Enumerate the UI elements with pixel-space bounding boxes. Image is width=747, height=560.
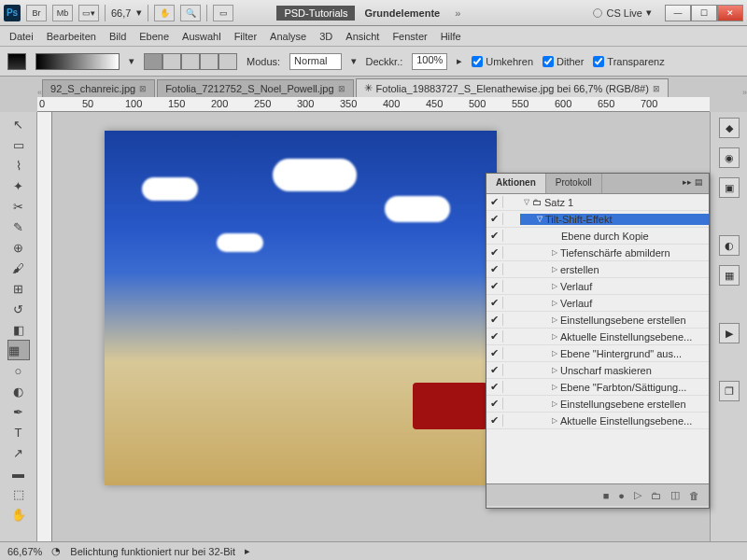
document-tabs: « 92_S_chanreic.jpg⊠ Fotolia_7212752_S_N… (0, 77, 747, 97)
umkehren-check[interactable]: Umkehren (472, 56, 533, 67)
eyedropper-tool[interactable]: ✎ (7, 217, 30, 237)
gradient-reflected[interactable] (200, 53, 218, 70)
eraser-tool[interactable]: ◧ (7, 319, 30, 340)
delete-icon[interactable]: 🗑 (689, 490, 699, 501)
menu-auswahl[interactable]: Auswahl (182, 31, 221, 42)
options-bar: ▾ Modus: Normal▾ Deckkr.: 100%▸ Umkehren… (0, 47, 747, 77)
menu-ansicht[interactable]: Ansicht (345, 31, 379, 42)
lasso-tool[interactable]: ⌇ (7, 155, 30, 175)
panels-dock: ◆ ◉ ▣ ◐ ▦ ▶ ❐ (710, 112, 747, 541)
pen-tool[interactable]: ✒ (7, 401, 30, 422)
new-action-icon[interactable]: ◫ (670, 489, 680, 501)
actions-footer: ■ ● ▷ 🗀 ◫ 🗑 (486, 483, 709, 506)
menu-3d[interactable]: 3D (319, 31, 332, 42)
tab-protokoll[interactable]: Protokoll (546, 174, 602, 193)
action-tilt-shift[interactable]: ✔▽Tilt-Shift-Effekt (486, 211, 709, 228)
gradient-linear[interactable] (144, 53, 162, 70)
menu-bearbeiten[interactable]: Bearbeiten (47, 31, 96, 42)
heal-tool[interactable]: ⊕ (7, 237, 30, 258)
tab-1[interactable]: 92_S_chanreic.jpg⊠ (42, 79, 155, 97)
swatches-panel-icon[interactable]: ◉ (719, 147, 740, 168)
wand-tool[interactable]: ✦ (7, 175, 30, 196)
zoom-value[interactable]: 66,7 (111, 7, 131, 19)
menu-hilfe[interactable]: Hilfe (441, 31, 461, 42)
gradient-diamond[interactable] (218, 53, 237, 70)
tab-aktionen[interactable]: Aktionen (486, 174, 546, 193)
gradient-angle[interactable] (181, 53, 200, 70)
modus-select[interactable]: Normal (289, 53, 341, 70)
actions-panel: Aktionen Protokoll ▸▸ ▤ ✔▽🗀Satz 1 ✔▽Tilt… (486, 173, 710, 509)
adjustments-panel-icon[interactable]: ◐ (719, 235, 740, 256)
ruler-horizontal[interactable]: 0501001502002503003504004505005506006507… (37, 97, 710, 112)
stop-icon[interactable]: ■ (603, 490, 610, 501)
color-panel-icon[interactable]: ◆ (719, 118, 740, 138)
cslive[interactable]: CS Live▾ (593, 7, 652, 19)
status-message: Belichtung funktioniert nur bei 32-Bit (70, 546, 235, 557)
3d-tool[interactable]: ⬚ (7, 483, 30, 504)
cslive-icon (593, 8, 602, 18)
status-zoom[interactable]: 66,67% (7, 546, 42, 557)
screen-icon[interactable]: ▭ (213, 5, 233, 21)
tractor-subject (413, 383, 487, 429)
close-icon[interactable]: ⊠ (653, 84, 660, 93)
menu-bar: Datei Bearbeiten Bild Ebene Auswahl Filt… (0, 26, 747, 47)
photoshop-icon: Ps (4, 5, 21, 21)
ruler-vertical[interactable] (37, 112, 52, 541)
styles-panel-icon[interactable]: ▣ (719, 177, 740, 198)
maximize-button[interactable]: ☐ (691, 5, 717, 21)
menu-fenster[interactable]: Fenster (392, 31, 427, 42)
chevron-icon[interactable]: » (455, 7, 460, 19)
layers-panel-icon[interactable]: ❐ (719, 381, 740, 401)
type-tool[interactable]: T (7, 422, 30, 442)
dodge-tool[interactable]: ◐ (7, 381, 30, 401)
bridge-icon[interactable]: Br (26, 5, 47, 21)
blur-tool[interactable]: ○ (7, 360, 30, 381)
gradient-tool[interactable]: ▦ (7, 340, 30, 360)
menu-datei[interactable]: Datei (9, 31, 34, 42)
play-panel-icon[interactable]: ▶ (719, 323, 740, 343)
minibridge-icon[interactable]: Mb (52, 5, 73, 21)
zoom-icon[interactable]: 🔍 (180, 5, 201, 21)
workspace-grund[interactable]: Grundelemente (360, 6, 444, 21)
brush-tool[interactable]: 🖌 (7, 258, 30, 278)
tools-panel: ↖ ▭ ⌇ ✦ ✂ ✎ ⊕ 🖌 ⊞ ↺ ◧ ▦ ○ ◐ ✒ T ↗ ▬ ⬚ ✋ (0, 112, 37, 541)
exposure-icon: ◔ (51, 545, 61, 557)
close-button[interactable]: ✕ (717, 5, 743, 21)
shape-tool[interactable]: ▬ (7, 463, 30, 483)
gradient-preview[interactable] (35, 53, 120, 70)
menu-bild[interactable]: Bild (109, 31, 126, 42)
workspace-psd[interactable]: PSD-Tutorials (276, 6, 355, 21)
hand-tool[interactable]: ✋ (7, 504, 30, 525)
panel-menu-icon[interactable]: ▸▸ ▤ (677, 174, 709, 193)
new-set-icon[interactable]: 🗀 (651, 490, 661, 501)
menu-filter[interactable]: Filter (234, 31, 257, 42)
path-tool[interactable]: ↗ (7, 442, 30, 463)
history-tool[interactable]: ↺ (7, 299, 30, 319)
masks-panel-icon[interactable]: ▦ (719, 265, 740, 286)
title-bar: Ps Br Mb ▭▾ 66,7▾ ✋ 🔍 ▭ PSD-Tutorials Gr… (0, 0, 747, 26)
tool-preset[interactable] (7, 53, 26, 70)
tab-2[interactable]: Fotolia_7212752_S_Noel_Powell.jpg⊠ (157, 79, 353, 97)
crop-tool[interactable]: ✂ (7, 196, 30, 217)
transparenz-check[interactable]: Transparenz (593, 56, 664, 67)
play-icon[interactable]: ▷ (634, 489, 641, 501)
gradient-radial[interactable] (162, 53, 181, 70)
minimize-button[interactable]: — (665, 5, 691, 21)
dither-check[interactable]: Dither (543, 56, 584, 67)
hand-icon[interactable]: ✋ (154, 5, 175, 21)
move-tool[interactable]: ↖ (7, 114, 30, 134)
canvas[interactable] (105, 131, 497, 485)
layout-icon[interactable]: ▭▾ (78, 5, 99, 21)
tab-3[interactable]: ✳Fotolia_19883727_S_Elenathewise.jpg bei… (356, 78, 669, 97)
menu-analyse[interactable]: Analyse (270, 31, 306, 42)
record-icon[interactable]: ● (618, 490, 625, 501)
close-icon[interactable]: ⊠ (338, 84, 345, 93)
deckkraft-input[interactable]: 100% (412, 53, 447, 70)
deckkraft-label: Deckkr.: (366, 56, 403, 67)
menu-ebene[interactable]: Ebene (139, 31, 169, 42)
actions-list[interactable]: ✔▽🗀Satz 1 ✔▽Tilt-Shift-Effekt ✔Ebene dur… (486, 194, 709, 483)
stamp-tool[interactable]: ⊞ (7, 278, 30, 299)
tab-scroll-right[interactable]: » (742, 88, 747, 97)
marquee-tool[interactable]: ▭ (7, 134, 30, 155)
close-icon[interactable]: ⊠ (139, 84, 147, 93)
